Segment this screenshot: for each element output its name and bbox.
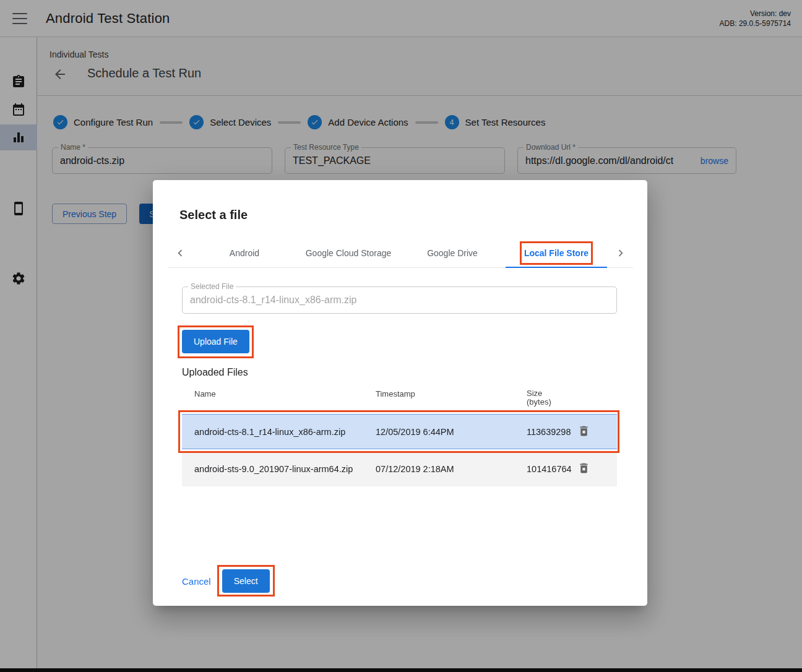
file-source-tabs: Android Google Cloud Storage Google Driv… — [168, 238, 633, 268]
tab-label: Local File Store — [524, 248, 589, 258]
tabs-scroll-left-button[interactable] — [168, 238, 192, 267]
select-button[interactable]: Select — [222, 569, 270, 593]
tab-google-cloud-storage[interactable]: Google Cloud Storage — [296, 238, 400, 267]
column-header-size: Size (bytes) — [527, 389, 575, 407]
window-bottom-edge — [0, 668, 802, 672]
timestamp-cell: 07/12/2019 2:18AM — [376, 464, 527, 474]
table-row-android-sts[interactable]: android-sts-9.0_201907-linux-arm64.zip 0… — [182, 451, 617, 486]
tab-android[interactable]: Android — [192, 238, 296, 267]
select-file-dialog: Select a file Android Google Cloud Stora… — [153, 180, 647, 606]
active-tab-underline — [506, 267, 607, 268]
uploaded-files-title: Uploaded Files — [182, 367, 617, 378]
table-header-row: Name Timestamp Size (bytes) — [182, 387, 617, 412]
column-header-timestamp: Timestamp — [376, 389, 527, 398]
chevron-left-icon — [173, 246, 187, 260]
size-cell: 113639298 — [527, 427, 575, 437]
tab-google-drive[interactable]: Google Drive — [400, 238, 504, 267]
file-name-cell: android-cts-8.1_r14-linux_x86-arm.zip — [182, 427, 376, 437]
column-header-name: Name — [182, 389, 376, 398]
selected-file-field[interactable]: Selected File android-cts-8.1_r14-linux_… — [182, 286, 617, 314]
selected-file-value: android-cts-8.1_r14-linux_x86-arm.zip — [190, 295, 356, 306]
trash-delete-icon — [577, 424, 590, 437]
upload-file-button[interactable]: Upload File — [182, 330, 249, 353]
tab-local-file-store[interactable]: Local File Store — [504, 238, 608, 267]
cancel-button[interactable]: Cancel — [182, 576, 211, 587]
delete-file-button[interactable] — [576, 424, 591, 439]
selected-file-label: Selected File — [188, 282, 236, 291]
trash-delete-icon — [577, 462, 590, 475]
table-row-android-cts[interactable]: android-cts-8.1_r14-linux_x86-arm.zip 12… — [182, 414, 617, 449]
dialog-title: Select a file — [179, 208, 248, 222]
delete-file-button[interactable] — [576, 462, 591, 476]
tabs-scroll-right-button[interactable] — [608, 238, 633, 267]
dialog-body: Selected File android-cts-8.1_r14-linux_… — [182, 286, 617, 486]
timestamp-cell: 12/05/2019 6:44PM — [376, 427, 527, 437]
size-cell: 101416764 — [527, 464, 575, 474]
file-name-cell: android-sts-9.0_201907-linux-arm64.zip — [182, 464, 376, 474]
dialog-footer: Cancel Select — [182, 569, 270, 593]
uploaded-files-table: Name Timestamp Size (bytes) android-cts-… — [182, 387, 617, 486]
chevron-right-icon — [614, 246, 627, 260]
